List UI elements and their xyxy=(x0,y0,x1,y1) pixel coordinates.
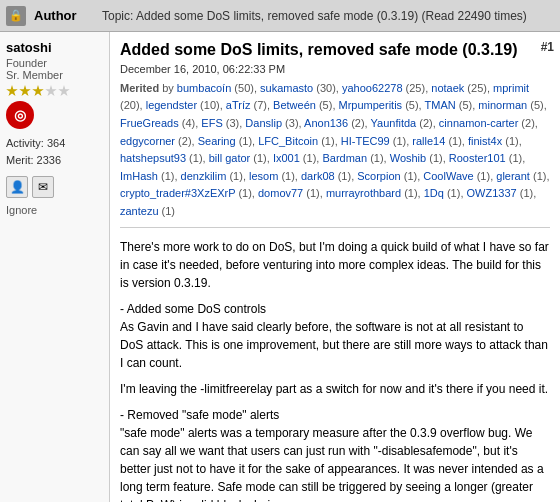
merit-user-mrpumperitis[interactable]: Mrpumperitis xyxy=(339,99,403,111)
star-2 xyxy=(19,85,31,97)
merit-user-denzkilim[interactable]: denzkilim xyxy=(181,170,227,182)
post-paragraph-2: - Added some DoS controls As Gavin and I… xyxy=(120,300,550,372)
post-paragraph-1: There's more work to do on DoS, but I'm … xyxy=(120,238,550,292)
merit-user-lesom[interactable]: lesom xyxy=(249,170,278,182)
merit-user-rooster101[interactable]: Rooster101 xyxy=(449,152,506,164)
main-content: satoshi Founder Sr. Member ◎ Activity: 3… xyxy=(0,32,560,502)
post-paragraph-3: I'm leaving the -limitfreerelay part as … xyxy=(120,380,550,398)
star-5 xyxy=(58,85,70,97)
avatar: ◎ xyxy=(6,101,34,129)
post-title: Added some DoS limits, removed safe mode… xyxy=(120,40,550,61)
merit-user-domov77[interactable]: domov77 xyxy=(258,187,303,199)
merit-user-yaunfitda[interactable]: Yaunfitda xyxy=(371,117,417,129)
merit-user-lfc-bitcoin[interactable]: LFC_Bitcoin xyxy=(258,135,318,147)
merited-users: bumbacoín (50), sukamasto (30), yahoo622… xyxy=(120,82,549,217)
merit-user-woshib[interactable]: Woshib xyxy=(390,152,426,164)
merit-user-crypto-trader[interactable]: crypto_trader#3XzEXrP xyxy=(120,187,235,199)
merit-user-anon136[interactable]: Anon136 xyxy=(304,117,348,129)
message-icon-btn[interactable]: ✉ xyxy=(32,176,54,198)
merit-user-fruegreads[interactable]: FrueGreads xyxy=(120,117,179,129)
user-rank-founder: Founder xyxy=(6,57,103,69)
star-4 xyxy=(45,85,57,97)
merit-user-owz1337[interactable]: OWZ1337 xyxy=(467,187,517,199)
merit-user-cinnamon-carter[interactable]: cinnamon-carter xyxy=(439,117,518,129)
merit-user-1dq[interactable]: 1Dq xyxy=(424,187,444,199)
user-action-icons: 👤 ✉ xyxy=(6,176,103,198)
merited-line: Merited by bumbacoín (50), sukamasto (30… xyxy=(120,80,550,221)
merit-value: 2336 xyxy=(37,154,61,166)
profile-icon-btn[interactable]: 👤 xyxy=(6,176,28,198)
merit-user-scorpion[interactable]: Scorpion xyxy=(357,170,400,182)
merit-user-bardman[interactable]: Bardman xyxy=(322,152,367,164)
merit-user-legendster[interactable]: legendster xyxy=(146,99,197,111)
star-1 xyxy=(6,85,18,97)
merit-user-hi-tec99[interactable]: HI-TEC99 xyxy=(341,135,390,147)
user-stars xyxy=(6,85,103,97)
lock-icon: 🔒 xyxy=(6,6,26,26)
post-panel: #1 Added some DoS limits, removed safe m… xyxy=(110,32,560,502)
star-3 xyxy=(32,85,44,97)
ignore-label[interactable]: Ignore xyxy=(6,204,103,216)
username: satoshi xyxy=(6,40,103,55)
merit-user-finist4x[interactable]: finist4x xyxy=(468,135,502,147)
merit-user-yahoo62278[interactable]: yahoo62278 xyxy=(342,82,403,94)
merit-user-edgycorner[interactable]: edgycorner xyxy=(120,135,175,147)
merit-user-zantezu[interactable]: zantezu xyxy=(120,205,159,217)
header-topic: Topic: Added some DoS limits, removed sa… xyxy=(102,9,527,23)
post-paragraph-4: - Removed "safe mode" alerts "safe mode"… xyxy=(120,406,550,502)
merit-user-glerant[interactable]: glerant xyxy=(496,170,530,182)
post-number: #1 xyxy=(541,40,554,54)
header-bar: 🔒 Author Topic: Added some DoS limits, r… xyxy=(0,0,560,32)
merit-user-imhash[interactable]: ImHash xyxy=(120,170,158,182)
merit-user-murrayrothbard[interactable]: murrayrothbard xyxy=(326,187,401,199)
merit-user-sukamasto[interactable]: sukamasto xyxy=(260,82,313,94)
merit-user-atriz[interactable]: aTríz xyxy=(226,99,251,111)
post-divider xyxy=(120,227,550,228)
user-panel: satoshi Founder Sr. Member ◎ Activity: 3… xyxy=(0,32,110,502)
merit-user-danslip[interactable]: Danslip xyxy=(245,117,282,129)
post-date: December 16, 2010, 06:22:33 PM xyxy=(120,63,550,75)
activity-value: 364 xyxy=(47,137,65,149)
activity-label: Activity: xyxy=(6,137,44,149)
merit-user-between[interactable]: Betweén xyxy=(273,99,316,111)
merit-user-bill-gator[interactable]: bill gator xyxy=(209,152,251,164)
merit-user-dark08[interactable]: dark08 xyxy=(301,170,335,182)
merit-user-tman[interactable]: TMAN xyxy=(425,99,456,111)
merit-user-mprimit[interactable]: mprimit xyxy=(493,82,529,94)
user-rank-member: Sr. Member xyxy=(6,69,103,81)
merit-user-efs[interactable]: EFS xyxy=(201,117,222,129)
merit-label: Merit: xyxy=(6,154,34,166)
merit-user-searing[interactable]: Searing xyxy=(198,135,236,147)
header-author-label: Author xyxy=(34,8,94,23)
user-stats: Activity: 364 Merit: 2336 xyxy=(6,135,103,168)
merit-user-minorman[interactable]: minorman xyxy=(478,99,527,111)
post-body: There's more work to do on DoS, but I'm … xyxy=(120,238,550,502)
merit-user-coolwave[interactable]: CoolWave xyxy=(423,170,473,182)
merit-user-bumbacoín[interactable]: bumbacoín xyxy=(177,82,231,94)
merit-user-hatshepsut93[interactable]: hatshepsut93 xyxy=(120,152,186,164)
merit-user-ix001[interactable]: Ix001 xyxy=(273,152,300,164)
merit-user-ralle14[interactable]: ralle14 xyxy=(412,135,445,147)
merit-user-notaek[interactable]: notaek xyxy=(431,82,464,94)
